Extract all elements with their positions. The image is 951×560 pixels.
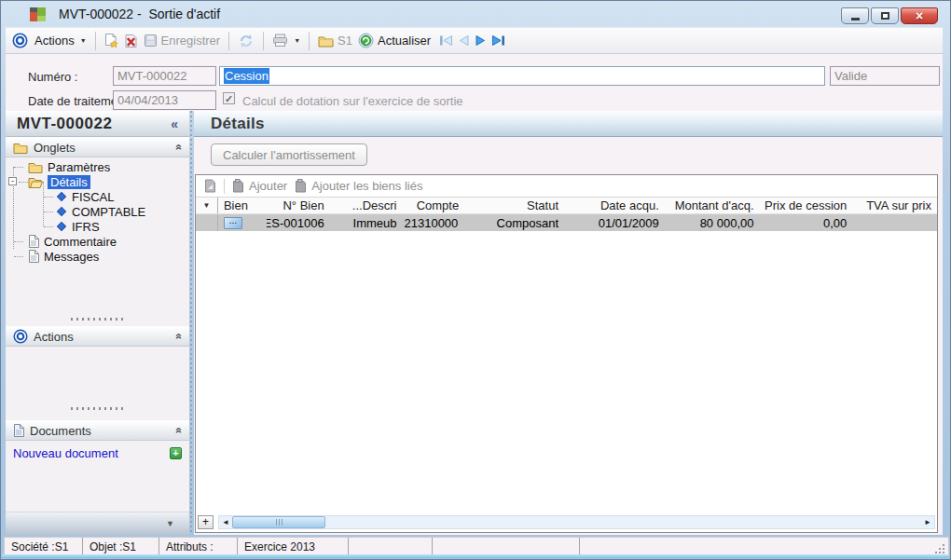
collapse-section-icon[interactable]: »	[172, 144, 186, 151]
document-icon	[28, 235, 39, 248]
tree-item-parametres[interactable]: Paramètres	[6, 159, 189, 174]
first-record-button[interactable]	[439, 34, 453, 47]
add-document-button[interactable]: +	[170, 447, 182, 459]
ajouter-button[interactable]: Ajouter	[228, 179, 291, 193]
folder-icon	[13, 142, 28, 154]
tree-item-comptable[interactable]: COMPTABLE	[6, 204, 189, 219]
folder-icon	[318, 34, 334, 48]
grid-corner-button[interactable]: ▼	[196, 198, 218, 213]
tree-item-label: FISCAL	[72, 190, 115, 204]
tree-item-fiscal[interactable]: FISCAL	[6, 189, 189, 204]
statusbar-societe: Société :S1	[5, 538, 83, 556]
scroll-left-button[interactable]: ◄	[219, 516, 232, 528]
details-panel: Détails Calculer l'amortissement Ajouter	[194, 111, 943, 535]
calculer-amortissement-button[interactable]: Calculer l'amortissement	[211, 143, 367, 166]
scroll-right-button[interactable]: ►	[921, 516, 934, 528]
refresh-button[interactable]	[235, 32, 257, 50]
save-icon	[144, 34, 158, 48]
sidebar-bottom-bar[interactable]: ▼	[6, 512, 189, 535]
last-record-button[interactable]	[491, 34, 505, 47]
table-row[interactable]: ... ES-001006 Immeub 21310000 Composant …	[196, 214, 937, 231]
next-record-button[interactable]	[475, 34, 487, 47]
dotation-checkbox[interactable]: ✓	[223, 92, 235, 104]
tree-item-details[interactable]: - Détails	[6, 174, 189, 189]
ajouter-label: Ajouter	[249, 179, 287, 193]
actions-section-label: Actions	[34, 330, 74, 344]
edit-page-icon	[204, 179, 216, 193]
documents-section-header[interactable]: Documents »	[6, 420, 189, 441]
sidebar-splitter[interactable]	[6, 318, 189, 321]
hscroll-track[interactable]: ◄ ►	[218, 515, 935, 529]
hscroll-thumb[interactable]	[232, 516, 325, 528]
statusbar-empty-cell	[580, 538, 948, 556]
collapse-section-icon[interactable]: »	[172, 334, 186, 340]
tree-item-ifrs[interactable]: IFRS	[6, 219, 189, 234]
minimize-icon	[851, 18, 860, 20]
column-header-montant-acq[interactable]: Montant d'acq.	[665, 198, 760, 213]
date-traitement-field[interactable]: 04/04/2013	[113, 90, 216, 110]
etat-field[interactable]: Valide	[830, 66, 940, 86]
resize-grip-icon[interactable]	[934, 543, 944, 553]
statusbar-empty-cell	[349, 538, 433, 556]
add-page-icon	[232, 179, 244, 193]
sidebar-splitter[interactable]	[6, 407, 189, 410]
cell-tva	[852, 214, 937, 231]
column-header-compte[interactable]: Compte	[402, 198, 473, 213]
column-header-n-bien[interactable]: N° Bien	[267, 198, 330, 213]
column-header-date-acqu[interactable]: Date acqu.	[564, 198, 665, 213]
dossier-button[interactable]: S1	[315, 32, 355, 49]
bien-lookup-button[interactable]: ...	[224, 217, 242, 229]
numero-label: Numéro :	[28, 70, 77, 84]
tree-item-label: COMPTABLE	[72, 205, 145, 219]
onglets-section-label: Onglets	[34, 141, 76, 155]
save-button[interactable]: Enregistrer	[141, 32, 224, 49]
folder-open-icon	[28, 176, 43, 188]
tree-expander-icon[interactable]: -	[8, 177, 17, 185]
column-header-prix-cession[interactable]: Prix de cession	[760, 198, 853, 213]
close-button[interactable]: ×	[901, 7, 938, 24]
libelle-field[interactable]: Cession	[219, 66, 825, 86]
grid-edit-button[interactable]	[200, 179, 220, 193]
chevron-down-icon: ▼	[294, 37, 300, 44]
add-row-button[interactable]: +	[198, 515, 214, 529]
ajouter-biens-lies-button[interactable]: Ajouter les biens liés	[291, 179, 426, 193]
tree-item-messages[interactable]: Messages	[6, 249, 189, 264]
cell-bien: ...	[218, 214, 267, 231]
cell-n-bien: ES-001006	[267, 214, 330, 231]
minimize-button[interactable]	[841, 7, 869, 24]
toolbar-separator	[263, 32, 264, 50]
column-header-bien[interactable]: Bien	[218, 198, 267, 213]
chevron-down-icon: ▼	[80, 37, 87, 44]
new-document-link[interactable]: Nouveau document	[13, 446, 118, 460]
column-header-tva[interactable]: TVA sur prix	[852, 198, 937, 213]
toolbar-separator	[95, 32, 96, 50]
titlebar[interactable]: MVT-000022 - Sortie d'actif ×	[1, 1, 950, 27]
previous-record-button[interactable]	[458, 34, 470, 47]
column-header-statut[interactable]: Statut	[473, 198, 564, 213]
checkmark-icon: ✓	[225, 94, 233, 103]
actualiser-label: Actualiser	[378, 34, 431, 48]
toolbar-separator	[309, 32, 310, 50]
grid-header-row: ▼ Bien N° Bien ...Descri Compte Statut D…	[196, 198, 937, 214]
numero-field[interactable]: MVT-000022	[113, 66, 216, 86]
restore-button[interactable]	[871, 7, 899, 24]
statusbar-attributs: Attributs :	[159, 538, 238, 556]
collapse-section-icon[interactable]: »	[172, 428, 186, 434]
actions-menu-label: Actions	[34, 34, 75, 48]
grid-toolbar: Ajouter Ajouter les biens liés	[196, 175, 937, 198]
tree-item-commentaire[interactable]: Commentaire	[6, 234, 189, 249]
tree-item-label: Détails	[48, 175, 90, 189]
actualiser-button[interactable]: Actualiser	[355, 31, 434, 50]
print-button[interactable]: ▼	[269, 32, 303, 49]
collapse-sidebar-icon[interactable]: «	[171, 116, 178, 131]
details-panel-title: Détails	[211, 115, 265, 133]
column-header-descri[interactable]: ...Descri	[330, 198, 403, 213]
new-record-button[interactable]	[102, 31, 121, 50]
dotation-checkbox-label: Calcul de dotation sur l'exercice de sor…	[242, 94, 463, 108]
onglets-section-header[interactable]: Onglets »	[6, 137, 189, 157]
delete-record-button[interactable]	[121, 32, 141, 50]
actions-section-header[interactable]: Actions »	[6, 326, 189, 347]
refresh-icon	[238, 34, 255, 48]
actions-menu-button[interactable]: Actions ▼	[32, 32, 90, 49]
vertical-splitter[interactable]	[190, 111, 192, 535]
